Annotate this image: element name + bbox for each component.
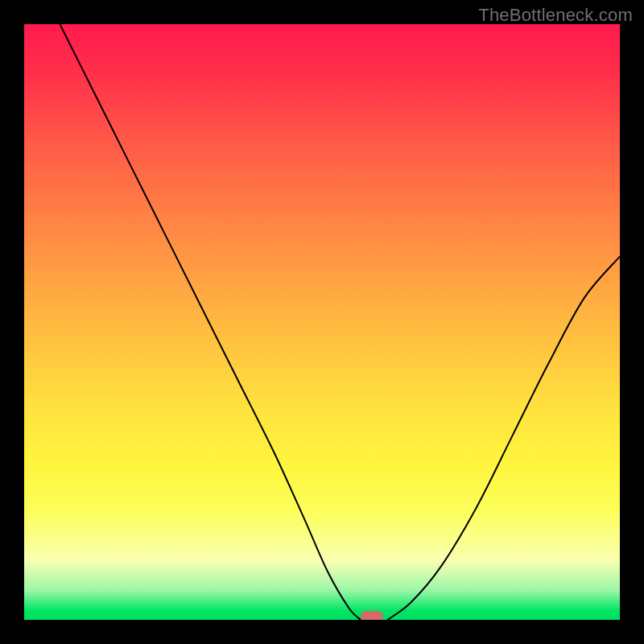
curve-right-branch — [387, 257, 620, 620]
optimal-point-marker — [361, 611, 383, 620]
curve-layer — [24, 24, 620, 620]
chart-frame: TheBottleneck.com — [0, 0, 644, 644]
curve-left-branch — [60, 24, 361, 620]
plot-area — [24, 24, 620, 620]
watermark-text: TheBottleneck.com — [478, 5, 633, 26]
